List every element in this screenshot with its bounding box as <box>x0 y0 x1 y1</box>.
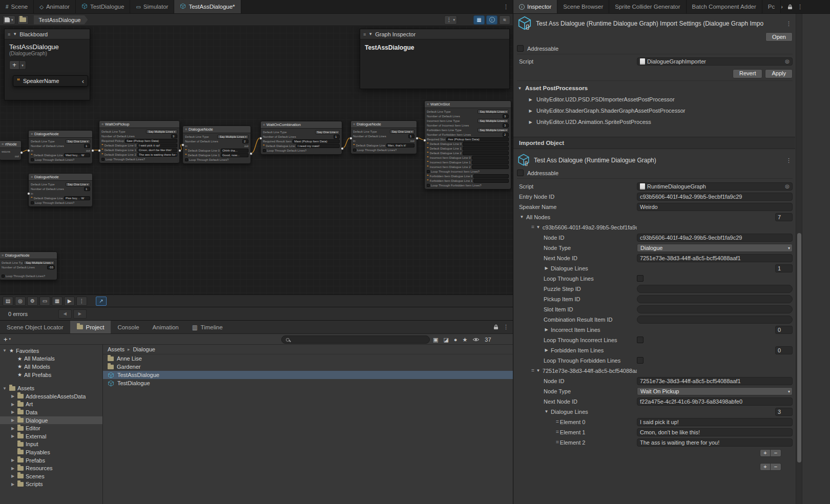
sidebar-item-all-prefabs[interactable]: ★All Prefabs <box>0 371 102 379</box>
create-asset-button[interactable]: + ▾ <box>4 335 11 343</box>
foldout-closed-icon[interactable]: ▶ <box>10 418 15 423</box>
graph-node-dialoguenode[interactable]: ≡DialogueNodeDefault Line TypeSay Multip… <box>182 125 251 164</box>
foldout-closed-icon[interactable]: ▶ <box>10 410 15 414</box>
tab-animation[interactable]: Animation <box>146 321 185 333</box>
tab-inspector[interactable]: iInspector <box>513 0 557 13</box>
property-value-field[interactable] <box>637 295 793 303</box>
property-value-field[interactable]: RuntimeDialogueGraph◎ <box>637 182 793 191</box>
blackboard-property[interactable]: “ SpeakerName ‹ <box>13 75 88 87</box>
project-search[interactable] <box>281 335 430 344</box>
node-checkbox[interactable] <box>101 158 105 161</box>
revert-button[interactable]: Revert <box>733 69 762 78</box>
property-value-field[interactable]: 7251e73e-38d3-44ff-a8c5-bcf54088aaf1 <box>637 377 793 385</box>
foldout-closed-icon[interactable]: ▶ <box>528 120 533 124</box>
foldout-closed-icon[interactable]: ▶ <box>10 426 15 431</box>
node-checkbox[interactable] <box>185 158 188 161</box>
node-dropdown[interactable]: Say One Line <box>390 130 414 134</box>
node-value-field[interactable]: 1 <box>84 144 90 148</box>
tab-testassdialogue[interactable]: TestAssDialogue* <box>174 0 241 13</box>
drag-handle-icon[interactable]: = <box>556 439 558 445</box>
save-button[interactable]: ▾ <box>3 15 15 25</box>
input-port[interactable] <box>27 149 30 152</box>
dock-kebab-icon[interactable]: ⋮ <box>503 4 509 10</box>
node-object-field[interactable]: Mast (Pickup Item Data) <box>293 139 340 143</box>
tab-timeline[interactable]: ▥Timeline <box>185 321 230 333</box>
breadcrumb[interactable]: TestAssDialogue <box>34 15 88 25</box>
node-text-field[interactable] <box>463 151 509 155</box>
blackboard-panel[interactable]: ≡ ▼ Blackboard TestAssDialogue (Dialogue… <box>4 29 90 100</box>
graph-inspector-panel[interactable]: ≡ ▼ Graph Inspector TestAssDialogue <box>360 29 510 89</box>
node-text-field[interactable] <box>472 160 509 164</box>
array-size-field[interactable]: 3 <box>775 408 793 416</box>
list-button[interactable]: ▤ <box>3 297 13 306</box>
output-port[interactable] <box>20 151 23 154</box>
addressable-checkbox[interactable] <box>517 45 524 52</box>
node-value-field[interactable]: 2 <box>503 133 509 137</box>
postprocessor-item[interactable]: ▶UnityEditor.U2D.PSD.PSDImporterAssetPos… <box>517 94 793 105</box>
filter-dot-icon[interactable]: ● <box>454 337 458 343</box>
remove-element-button[interactable]: − <box>771 463 781 471</box>
property-value-field[interactable] <box>637 285 793 293</box>
node-dropdown[interactable]: Say One Line <box>66 139 90 143</box>
property-value-field[interactable]: I said pick it up! <box>637 418 793 426</box>
graph-inspector-header[interactable]: ≡ ▼ Graph Inspector <box>360 29 509 39</box>
graph-node-dialoguenode[interactable]: ≡DialogueNodeDefault Line TypeSay Multip… <box>0 251 57 280</box>
tab-pc[interactable]: Pc <box>762 0 781 13</box>
node-header[interactable]: ≡rtNode <box>0 141 21 148</box>
toggle-minimap-button[interactable]: ≈ <box>499 15 510 25</box>
node-checkbox[interactable] <box>31 158 34 161</box>
drag-handle-icon[interactable]: = <box>556 429 558 435</box>
property-dropdown[interactable]: Wait On Pickup <box>637 387 793 395</box>
sidebar-item-scripts[interactable]: ▶Scripts <box>0 480 102 489</box>
node-value-field[interactable]: 2 <box>242 139 248 143</box>
graph-node-dialoguenode[interactable]: ≡DialogueNodeDefault Line TypeSay One Li… <box>28 173 93 207</box>
array-size-field[interactable]: 0 <box>775 346 793 354</box>
favorite-star-icon[interactable]: ★ <box>462 337 467 343</box>
graph-options-button[interactable]: ⋮▾ <box>444 15 457 25</box>
sidebar-item-input[interactable]: Input <box>0 440 102 449</box>
property-value-field[interactable]: c93b5606-401f-49a2-99b5-9ecbf1fa9c29 <box>637 193 793 201</box>
input-port[interactable] <box>98 149 101 152</box>
property-value-field[interactable]: f22a475e-4c2f-41c6-9b73-6a83498abfe0 <box>637 397 793 406</box>
tab-scene-object-locator[interactable]: Scene Object Locator <box>0 321 70 333</box>
lock-icon[interactable] <box>787 4 793 10</box>
sidebar-item-favorites[interactable]: ▼★Favorites <box>0 347 102 355</box>
foldout-open-icon[interactable]: ▼ <box>544 409 549 414</box>
file-item-anne-lise[interactable]: Anne Lise <box>103 354 513 363</box>
foldout-closed-icon[interactable]: ▶ <box>10 482 15 487</box>
node-text-field[interactable]: I need my mast! <box>296 144 340 148</box>
node-text-field[interactable]: The ass is waiting there for you! <box>137 153 177 157</box>
node-header[interactable]: ≡DialogueNode <box>29 174 92 181</box>
header-kebab-icon[interactable]: ⋮ <box>786 157 793 164</box>
node-object-field[interactable]: Ass (Pickup Item Data) <box>446 137 509 141</box>
tab-console[interactable]: Console <box>111 321 146 333</box>
node-dropdown[interactable]: Say Multiple Lines <box>478 128 509 132</box>
input-port[interactable] <box>259 137 262 140</box>
node-value-field[interactable]: 1 <box>408 134 414 138</box>
node-checkbox[interactable] <box>2 275 5 278</box>
graph-node-rtnode[interactable]: ≡rtNodessionsout <box>0 140 22 160</box>
drag-handle-icon[interactable]: = <box>531 368 534 373</box>
node-text-field[interactable] <box>472 165 509 169</box>
node-object-field[interactable]: Saw (Pickup Item Data) <box>125 139 177 143</box>
breadcrumb-assets[interactable]: Assets <box>108 346 125 352</box>
node-text-field[interactable]: Ohhh tha... <box>221 149 248 153</box>
breadcrumb-dialogue[interactable]: Dialogue <box>133 346 155 352</box>
array-size-field[interactable]: 7 <box>775 213 793 221</box>
property-dropdown[interactable]: Dialogue <box>637 244 793 252</box>
node-header[interactable]: ≡DialogueNode <box>351 121 417 128</box>
sidebar-item-prefabs[interactable]: ▶Prefabs <box>0 456 102 465</box>
node-value-field[interactable]: 1 <box>334 135 340 139</box>
graph-node-waitonslot[interactable]: ≡WaitOnSlotDefault Line TypeSay Multiple… <box>424 100 511 190</box>
add-property-button[interactable]: + <box>9 60 19 70</box>
open-button[interactable]: Open <box>765 32 793 41</box>
sidebar-item-data[interactable]: ▶Data <box>0 408 102 416</box>
property-value-field[interactable]: Weirdo <box>637 203 793 211</box>
node-dropdown[interactable]: Say Multiple Lines <box>478 119 509 123</box>
tools-button[interactable]: ⚙ <box>27 297 38 306</box>
kebab-button[interactable]: ⋮ <box>76 297 87 306</box>
foldout-closed-icon[interactable]: ▶ <box>528 97 533 102</box>
node-text-field[interactable] <box>473 179 509 183</box>
tab-testdialogue[interactable]: TestDialogue <box>76 0 130 13</box>
node-dropdown[interactable]: Say One Line <box>315 130 340 134</box>
